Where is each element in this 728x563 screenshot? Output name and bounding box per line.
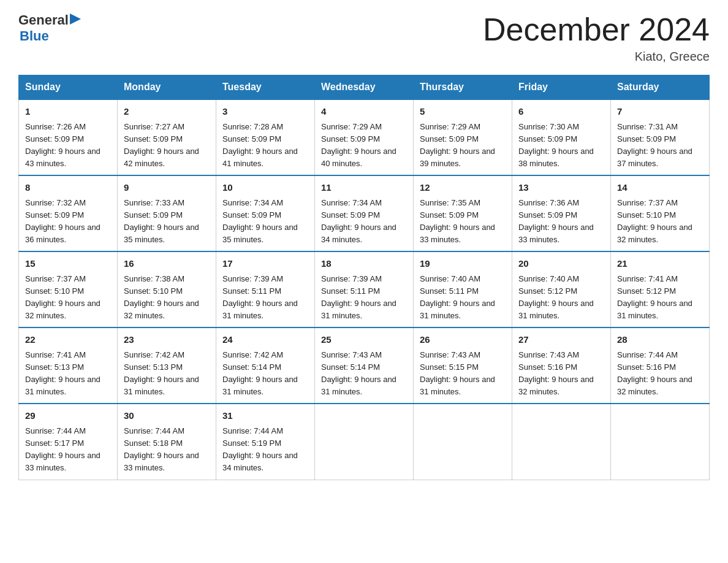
day-number: 25 xyxy=(321,333,407,347)
day-info: Sunrise: 7:28 AMSunset: 5:09 PMDaylight:… xyxy=(222,121,308,170)
day-cell: 14Sunrise: 7:37 AMSunset: 5:10 PMDayligh… xyxy=(611,175,710,251)
day-info: Sunrise: 7:41 AMSunset: 5:12 PMDaylight:… xyxy=(617,273,703,323)
day-cell: 20Sunrise: 7:40 AMSunset: 5:12 PMDayligh… xyxy=(512,251,611,327)
day-number: 16 xyxy=(124,257,210,271)
day-cell: 13Sunrise: 7:36 AMSunset: 5:09 PMDayligh… xyxy=(512,175,611,251)
day-number: 2 xyxy=(124,105,210,119)
day-cell: 30Sunrise: 7:44 AMSunset: 5:18 PMDayligh… xyxy=(118,404,216,480)
calendar-header: SundayMondayTuesdayWednesdayThursdayFrid… xyxy=(19,75,710,100)
calendar-title: December 2024 xyxy=(483,12,710,47)
week-row-3: 15Sunrise: 7:37 AMSunset: 5:10 PMDayligh… xyxy=(19,251,710,327)
day-number: 5 xyxy=(420,105,506,119)
day-cell: 10Sunrise: 7:34 AMSunset: 5:09 PMDayligh… xyxy=(216,175,315,251)
day-number: 21 xyxy=(617,257,703,271)
day-cell xyxy=(414,404,512,480)
day-number: 9 xyxy=(124,181,210,195)
day-info: Sunrise: 7:29 AMSunset: 5:09 PMDaylight:… xyxy=(321,121,407,170)
calendar-subtitle: Kiato, Greece xyxy=(483,50,710,64)
day-cell: 31Sunrise: 7:44 AMSunset: 5:19 PMDayligh… xyxy=(216,404,315,480)
day-info: Sunrise: 7:30 AMSunset: 5:09 PMDaylight:… xyxy=(518,121,604,170)
day-cell: 16Sunrise: 7:38 AMSunset: 5:10 PMDayligh… xyxy=(118,251,216,327)
day-number: 3 xyxy=(222,105,308,119)
day-info: Sunrise: 7:37 AMSunset: 5:10 PMDaylight:… xyxy=(617,197,703,247)
day-info: Sunrise: 7:44 AMSunset: 5:17 PMDaylight:… xyxy=(25,425,111,475)
day-cell: 28Sunrise: 7:44 AMSunset: 5:16 PMDayligh… xyxy=(611,327,710,404)
day-info: Sunrise: 7:27 AMSunset: 5:09 PMDaylight:… xyxy=(124,121,210,170)
day-number: 18 xyxy=(321,257,407,271)
day-number: 6 xyxy=(518,105,604,119)
day-cell: 29Sunrise: 7:44 AMSunset: 5:17 PMDayligh… xyxy=(19,404,118,480)
day-cell: 12Sunrise: 7:35 AMSunset: 5:09 PMDayligh… xyxy=(414,175,512,251)
day-info: Sunrise: 7:35 AMSunset: 5:09 PMDaylight:… xyxy=(420,197,506,247)
day-number: 19 xyxy=(420,257,506,271)
day-cell: 11Sunrise: 7:34 AMSunset: 5:09 PMDayligh… xyxy=(315,175,414,251)
day-info: Sunrise: 7:44 AMSunset: 5:16 PMDaylight:… xyxy=(617,349,703,399)
day-number: 30 xyxy=(124,409,210,423)
day-number: 7 xyxy=(617,105,703,119)
day-number: 29 xyxy=(25,409,111,423)
day-number: 13 xyxy=(518,181,604,195)
col-header-monday: Monday xyxy=(118,75,216,100)
day-number: 10 xyxy=(222,181,308,195)
day-number: 28 xyxy=(617,333,703,347)
day-info: Sunrise: 7:38 AMSunset: 5:10 PMDaylight:… xyxy=(124,273,210,323)
day-cell xyxy=(611,404,710,480)
day-cell: 17Sunrise: 7:39 AMSunset: 5:11 PMDayligh… xyxy=(216,251,315,327)
day-cell: 4Sunrise: 7:29 AMSunset: 5:09 PMDaylight… xyxy=(315,99,414,175)
day-info: Sunrise: 7:26 AMSunset: 5:09 PMDaylight:… xyxy=(25,121,111,170)
day-number: 22 xyxy=(25,333,111,347)
day-cell xyxy=(315,404,414,480)
day-info: Sunrise: 7:34 AMSunset: 5:09 PMDaylight:… xyxy=(321,197,407,247)
week-row-5: 29Sunrise: 7:44 AMSunset: 5:17 PMDayligh… xyxy=(19,404,710,480)
day-info: Sunrise: 7:39 AMSunset: 5:11 PMDaylight:… xyxy=(321,273,407,323)
day-cell: 26Sunrise: 7:43 AMSunset: 5:15 PMDayligh… xyxy=(414,327,512,404)
day-info: Sunrise: 7:32 AMSunset: 5:09 PMDaylight:… xyxy=(25,197,111,247)
header-row: SundayMondayTuesdayWednesdayThursdayFrid… xyxy=(19,75,710,100)
day-info: Sunrise: 7:44 AMSunset: 5:18 PMDaylight:… xyxy=(124,425,210,475)
day-info: Sunrise: 7:36 AMSunset: 5:09 PMDaylight:… xyxy=(518,197,604,247)
day-cell: 1Sunrise: 7:26 AMSunset: 5:09 PMDaylight… xyxy=(19,99,118,175)
day-number: 12 xyxy=(420,181,506,195)
day-info: Sunrise: 7:42 AMSunset: 5:14 PMDaylight:… xyxy=(222,349,308,399)
svg-marker-0 xyxy=(70,13,81,25)
day-number: 27 xyxy=(518,333,604,347)
day-info: Sunrise: 7:43 AMSunset: 5:14 PMDaylight:… xyxy=(321,349,407,399)
day-number: 4 xyxy=(321,105,407,119)
day-cell: 23Sunrise: 7:42 AMSunset: 5:13 PMDayligh… xyxy=(118,327,216,404)
logo: General Blue xyxy=(18,12,82,44)
day-cell: 6Sunrise: 7:30 AMSunset: 5:09 PMDaylight… xyxy=(512,99,611,175)
day-number: 15 xyxy=(25,257,111,271)
day-number: 8 xyxy=(25,181,111,195)
logo-blue-text: Blue xyxy=(20,28,82,44)
week-row-4: 22Sunrise: 7:41 AMSunset: 5:13 PMDayligh… xyxy=(19,327,710,404)
col-header-friday: Friday xyxy=(512,75,611,100)
day-info: Sunrise: 7:29 AMSunset: 5:09 PMDaylight:… xyxy=(420,121,506,170)
day-cell: 22Sunrise: 7:41 AMSunset: 5:13 PMDayligh… xyxy=(19,327,118,404)
day-number: 26 xyxy=(420,333,506,347)
week-row-1: 1Sunrise: 7:26 AMSunset: 5:09 PMDaylight… xyxy=(19,99,710,175)
day-info: Sunrise: 7:41 AMSunset: 5:13 PMDaylight:… xyxy=(25,349,111,399)
day-info: Sunrise: 7:37 AMSunset: 5:10 PMDaylight:… xyxy=(25,273,111,323)
day-info: Sunrise: 7:40 AMSunset: 5:11 PMDaylight:… xyxy=(420,273,506,323)
day-cell: 2Sunrise: 7:27 AMSunset: 5:09 PMDaylight… xyxy=(118,99,216,175)
day-cell: 3Sunrise: 7:28 AMSunset: 5:09 PMDaylight… xyxy=(216,99,315,175)
day-info: Sunrise: 7:40 AMSunset: 5:12 PMDaylight:… xyxy=(518,273,604,323)
day-cell: 18Sunrise: 7:39 AMSunset: 5:11 PMDayligh… xyxy=(315,251,414,327)
col-header-thursday: Thursday xyxy=(414,75,512,100)
page-header: General Blue December 2024 Kiato, Greece xyxy=(18,12,710,64)
calendar-table: SundayMondayTuesdayWednesdayThursdayFrid… xyxy=(18,75,710,480)
day-info: Sunrise: 7:44 AMSunset: 5:19 PMDaylight:… xyxy=(222,425,308,475)
day-number: 11 xyxy=(321,181,407,195)
col-header-wednesday: Wednesday xyxy=(315,75,414,100)
day-number: 23 xyxy=(124,333,210,347)
title-block: December 2024 Kiato, Greece xyxy=(483,12,710,64)
day-number: 1 xyxy=(25,105,111,119)
day-info: Sunrise: 7:42 AMSunset: 5:13 PMDaylight:… xyxy=(124,349,210,399)
day-info: Sunrise: 7:39 AMSunset: 5:11 PMDaylight:… xyxy=(222,273,308,323)
calendar-body: 1Sunrise: 7:26 AMSunset: 5:09 PMDaylight… xyxy=(19,99,710,480)
col-header-tuesday: Tuesday xyxy=(216,75,315,100)
day-info: Sunrise: 7:43 AMSunset: 5:15 PMDaylight:… xyxy=(420,349,506,399)
logo-arrow-icon xyxy=(70,12,82,26)
day-info: Sunrise: 7:34 AMSunset: 5:09 PMDaylight:… xyxy=(222,197,308,247)
day-cell: 8Sunrise: 7:32 AMSunset: 5:09 PMDaylight… xyxy=(19,175,118,251)
